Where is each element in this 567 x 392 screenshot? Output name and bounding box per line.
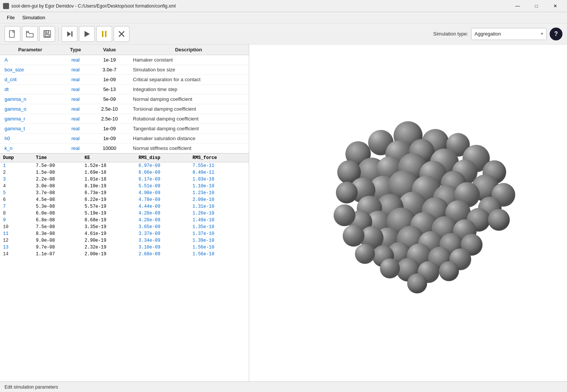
minimize-button[interactable]: — [509, 0, 526, 12]
log-rms-force: 1.49e-10 [190, 217, 249, 224]
table-row[interactable]: gamma_n real 5e-09 Normal damping coeffi… [0, 94, 249, 104]
log-time: 5.3e-08 [33, 203, 82, 210]
param-value: 5e-13 [91, 85, 128, 94]
log-rms-force: 1.39e-10 [190, 237, 249, 244]
log-ke: 8.68e-19 [82, 217, 136, 224]
params-table: Parameter Type Value Description A real … [0, 45, 249, 153]
maximize-button[interactable]: □ [528, 0, 545, 12]
log-row: 4 3.0e-08 8.10e-19 5.51e-09 1.10e-10 [0, 183, 249, 190]
save-button[interactable] [39, 26, 55, 42]
log-rms-disp: 4.28e-09 [136, 210, 190, 217]
svg-rect-9 [102, 31, 103, 37]
sphere [439, 261, 459, 281]
table-row[interactable]: gamma_t real 1e-09 Tangential damping co… [0, 124, 249, 134]
sim-type-dropdown[interactable]: Aggregation ▾ [471, 28, 547, 40]
param-value: 1e-09 [91, 75, 128, 85]
stop-button[interactable] [114, 26, 129, 42]
log-rms-force: 1.26e-10 [190, 210, 249, 217]
toolbar: Simulation type: Aggregation ▾ ? [0, 23, 567, 45]
log-ke: 1.01e-18 [82, 176, 136, 183]
log-time: 6.0e-08 [33, 210, 82, 217]
col-header-desc: Description [128, 45, 249, 55]
close-button[interactable]: ✕ [547, 0, 564, 12]
log-ke: 2.90e-19 [82, 237, 136, 244]
menu-file[interactable]: File [3, 13, 18, 22]
open-button[interactable] [22, 26, 38, 42]
main-content: Parameter Type Value Description A real … [0, 45, 567, 381]
log-dump: 10 [0, 224, 33, 230]
svg-rect-5 [46, 31, 47, 33]
play-button[interactable] [79, 26, 95, 42]
log-ke: 5.57e-19 [82, 203, 136, 210]
log-row: 2 1.5e-08 1.69e-18 6.66e-09 8.49e-11 [0, 169, 249, 176]
log-rms-disp: 6.97e-09 [136, 162, 190, 170]
table-row[interactable]: gamma_r real 2.5e-10 Rotational damping … [0, 114, 249, 124]
log-row: 10 7.5e-08 3.35e-19 3.65e-09 1.35e-10 [0, 224, 249, 230]
left-panel: Parameter Type Value Description A real … [0, 45, 249, 381]
log-rms-force: 1.56e-10 [190, 251, 249, 258]
param-type: real [60, 104, 91, 114]
param-desc: Normal damping coefficient [128, 94, 249, 104]
param-value: 1e-09 [91, 124, 128, 134]
log-rms-disp: 6.66e-09 [136, 169, 190, 176]
table-row[interactable]: k_n real 10000 Normal stiffness coeffici… [0, 144, 249, 153]
log-ke: 6.22e-19 [82, 196, 136, 203]
log-dump: 3 [0, 176, 33, 183]
param-value: 1e-19 [91, 55, 128, 65]
log-dump: 5 [0, 190, 33, 196]
table-row[interactable]: box_size real 3.0e-7 Simulation box size [0, 65, 249, 75]
right-panel [249, 45, 567, 381]
log-rms-force: 1.35e-10 [190, 224, 249, 230]
log-dump: 4 [0, 183, 33, 190]
pause-button[interactable] [96, 26, 112, 42]
log-dump: 9 [0, 217, 33, 224]
menu-simulation[interactable]: Simulation [18, 13, 49, 22]
table-row[interactable]: d_crit real 1e-09 Critical separation fo… [0, 75, 249, 85]
param-value: 1e-09 [91, 134, 128, 144]
log-time: 9.0e-08 [33, 237, 82, 244]
log-dump: 6 [0, 196, 33, 203]
log-row: 3 2.2e-08 1.01e-18 6.17e-09 1.03e-10 [0, 176, 249, 183]
log-col-dump: Dump [0, 154, 33, 162]
col-header-param: Parameter [0, 45, 60, 55]
table-row[interactable]: dt real 5e-13 Integration time step [0, 85, 249, 94]
log-dump: 13 [0, 244, 33, 251]
titlebar-left: soot-dem-gui by Egor Demidov - C:/Users/… [3, 3, 176, 9]
sphere [355, 244, 375, 264]
param-value: 3.0e-7 [91, 65, 128, 75]
help-button[interactable]: ? [550, 28, 562, 40]
log-rms-force: 1.03e-10 [190, 176, 249, 183]
log-rms-force: 1.56e-10 [190, 244, 249, 251]
toolbar-sep-1 [58, 27, 59, 41]
log-rms-force: 1.31e-10 [190, 203, 249, 210]
new-button[interactable] [5, 26, 20, 42]
log-ke: 2.00e-19 [82, 251, 136, 258]
log-dump: 14 [0, 251, 33, 258]
param-name: A [0, 55, 60, 65]
param-name: gamma_t [0, 124, 60, 134]
params-table-container[interactable]: Parameter Type Value Description A real … [0, 45, 249, 154]
svg-rect-1 [13, 31, 14, 32]
param-name: gamma_o [0, 104, 60, 114]
titlebar-title: soot-dem-gui by Egor Demidov - C:/Users/… [11, 3, 176, 9]
log-rms-force: 7.55e-11 [190, 162, 249, 170]
log-rms-disp: 4.98e-09 [136, 190, 190, 196]
table-row[interactable]: gamma_o real 2.5e-10 Torsional damping c… [0, 104, 249, 114]
statusbar: Edit simulation parameters [0, 381, 567, 392]
dropdown-arrow-icon: ▾ [541, 31, 543, 36]
log-time: 1.1e-07 [33, 251, 82, 258]
param-name: gamma_n [0, 94, 60, 104]
table-row[interactable]: A real 1e-19 Hamaker constant [0, 55, 249, 65]
log-table-container[interactable]: Dump Time KE RMS_disp RMS_force 1 7.5e-0… [0, 154, 249, 381]
log-time: 9.7e-08 [33, 244, 82, 251]
sphere [334, 204, 356, 226]
param-type: real [60, 134, 91, 144]
log-ke: 1.52e-18 [82, 162, 136, 170]
param-name: box_size [0, 65, 60, 75]
table-row[interactable]: h0 real 1e-09 Hamaker saturation distanc… [0, 134, 249, 144]
sim-type-area: Simulation type: Aggregation ▾ ? [433, 28, 563, 40]
param-desc: Hamaker saturation distance [128, 134, 249, 144]
step-button[interactable] [62, 26, 77, 42]
param-type: real [60, 94, 91, 104]
app-icon [3, 3, 9, 9]
